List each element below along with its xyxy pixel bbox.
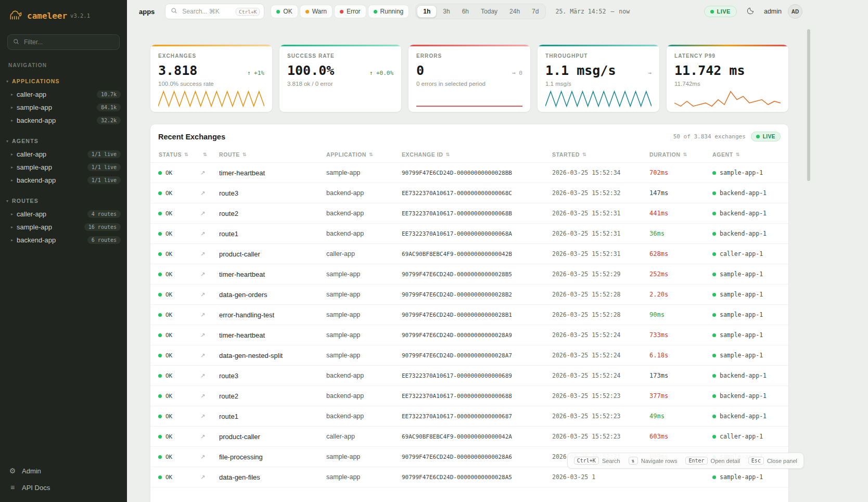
agent-live-dot bbox=[712, 273, 716, 276]
agent-live-dot bbox=[712, 415, 716, 418]
column-header[interactable]: STARTED ⇅ bbox=[544, 147, 641, 162]
sidebar-section-header[interactable]: ▾ AGENTS bbox=[0, 134, 127, 148]
sidebar-filter[interactable] bbox=[7, 34, 120, 50]
vertical-scrollbar[interactable] bbox=[807, 29, 810, 181]
agent-cell: caller-app-1 bbox=[704, 433, 788, 440]
sidebar-item[interactable]: ▸ caller-app 1/1 live bbox=[0, 148, 127, 161]
exchange-row[interactable]: OK ↗ timer-heartbeat sample-app 90799F47… bbox=[150, 264, 788, 285]
open-cell: ↗ bbox=[192, 251, 211, 258]
time-range-button[interactable]: 7d bbox=[526, 6, 544, 17]
exchange-row[interactable]: OK ↗ data-gen-files sample-app 90799F47E… bbox=[150, 467, 788, 487]
column-header[interactable]: EXCHANGE ID ⇅ bbox=[393, 147, 544, 162]
open-detail-icon[interactable]: ↗ bbox=[200, 312, 205, 318]
sidebar-item[interactable]: ▸ backend-app 6 routes bbox=[0, 234, 127, 247]
table-header-row: STATUS ⇅ ⇅ ROUTE ⇅ APPLICATION bbox=[150, 147, 788, 163]
status-filter-chip[interactable]: Error bbox=[334, 5, 366, 18]
sidebar-item[interactable]: ▸ backend-app 32.2k bbox=[0, 114, 127, 127]
open-detail-icon[interactable]: ↗ bbox=[200, 433, 205, 440]
column-header[interactable]: STATUS ⇅ bbox=[150, 147, 192, 162]
exchange-row[interactable]: OK ↗ timer-heartbeat sample-app 90799F47… bbox=[150, 163, 788, 183]
open-detail-icon[interactable]: ↗ bbox=[200, 291, 205, 298]
exchange-row[interactable]: OK ↗ route3 backend-app EE7322370A10617-… bbox=[150, 366, 788, 386]
open-detail-icon[interactable]: ↗ bbox=[200, 230, 205, 237]
sidebar-item-label: backend-app bbox=[17, 236, 84, 244]
open-detail-icon[interactable]: ↗ bbox=[200, 210, 205, 217]
sidebar-footer: ⚙ Admin ≡ API Docs bbox=[0, 460, 127, 502]
column-header[interactable]: ROUTE ⇅ bbox=[211, 147, 318, 162]
open-detail-icon[interactable]: ↗ bbox=[200, 454, 205, 460]
open-detail-icon[interactable]: ↗ bbox=[200, 413, 205, 420]
sidebar-item[interactable]: ▸ caller-app 4 routes bbox=[0, 208, 127, 221]
status-filter-chip[interactable]: OK bbox=[271, 5, 298, 18]
time-range-button[interactable]: 1h bbox=[417, 5, 437, 18]
avatar[interactable]: AD bbox=[788, 4, 802, 19]
open-detail-icon[interactable]: ↗ bbox=[200, 190, 205, 197]
dark-mode-toggle[interactable] bbox=[743, 4, 758, 19]
exchange-row[interactable]: OK ↗ error-handling-test sample-app 9079… bbox=[150, 305, 788, 325]
open-detail-icon[interactable]: ↗ bbox=[200, 352, 205, 359]
exchange-row[interactable]: OK ↗ route2 backend-app EE7322370A10617-… bbox=[150, 203, 788, 224]
chevron-down-icon: ▾ bbox=[6, 139, 8, 144]
sidebar-section-header[interactable]: ▾ ROUTES bbox=[0, 194, 127, 208]
application-cell: sample-app bbox=[318, 169, 393, 176]
gear-icon: ⚙ bbox=[8, 467, 17, 475]
sidebar-section: ▾ APPLICATIONS ▸ caller-app 10.7k ▸ bbox=[0, 74, 127, 127]
status-filter-chip[interactable]: Warn bbox=[300, 5, 333, 18]
status-text: OK bbox=[165, 170, 172, 176]
user-name: admin bbox=[764, 8, 782, 15]
open-detail-icon[interactable]: ↗ bbox=[200, 372, 205, 379]
status-ok-dot bbox=[158, 435, 162, 439]
column-header[interactable]: AGENT ⇅ bbox=[704, 147, 788, 162]
exchange-row[interactable]: OK ↗ route1 backend-app EE7322370A10617-… bbox=[150, 224, 788, 244]
chevron-right-icon: ▸ bbox=[11, 118, 13, 123]
sidebar-item[interactable]: ▸ sample-app 16 routes bbox=[0, 221, 127, 234]
agent-cell: sample-app-1 bbox=[704, 169, 788, 176]
status-ok-dot bbox=[158, 252, 162, 256]
agent-cell: caller-app-1 bbox=[704, 250, 788, 258]
sidebar-item[interactable]: ▸ sample-app 84.1k bbox=[0, 101, 127, 114]
sidebar-footer-item[interactable]: ⚙ Admin bbox=[8, 467, 119, 475]
agent-name: caller-app-1 bbox=[720, 433, 763, 440]
open-detail-icon[interactable]: ↗ bbox=[200, 271, 205, 278]
column-header[interactable]: APPLICATION ⇅ bbox=[318, 147, 393, 162]
status-filter-chip[interactable]: Running bbox=[368, 5, 410, 18]
sidebar-item-label: sample-app bbox=[17, 104, 93, 111]
time-range-button[interactable]: 6h bbox=[456, 6, 475, 17]
search-input[interactable] bbox=[181, 7, 232, 16]
time-range-button[interactable]: 24h bbox=[504, 6, 526, 17]
duration-cell: 628ms bbox=[641, 250, 704, 258]
sidebar-item[interactable]: ▸ caller-app 10.7k bbox=[0, 88, 127, 101]
status-ok-dot bbox=[158, 415, 162, 418]
application-cell: backend-app bbox=[318, 372, 393, 379]
column-header[interactable]: ⇅ bbox=[192, 147, 211, 162]
open-detail-icon[interactable]: ↗ bbox=[200, 393, 205, 400]
time-range-button[interactable]: Today bbox=[475, 6, 503, 17]
stat-card-accent bbox=[538, 45, 659, 46]
open-detail-icon[interactable]: ↗ bbox=[200, 170, 205, 176]
column-header[interactable]: DURATION ⇅ bbox=[641, 147, 704, 162]
sidebar-section-header[interactable]: ▾ APPLICATIONS bbox=[0, 74, 127, 88]
panel-live-badge[interactable]: LIVE bbox=[751, 132, 781, 141]
route-cell: route2 bbox=[211, 392, 318, 400]
live-badge[interactable]: LIVE bbox=[704, 6, 737, 17]
open-detail-icon[interactable]: ↗ bbox=[200, 251, 205, 258]
exchange-row[interactable]: OK ↗ product-caller caller-app 69AC90BF8… bbox=[150, 427, 788, 447]
open-detail-icon[interactable]: ↗ bbox=[200, 332, 205, 339]
exchange-row[interactable]: OK ↗ route3 backend-app EE7322370A10617-… bbox=[150, 183, 788, 203]
sidebar-item[interactable]: ▸ sample-app 1/1 live bbox=[0, 161, 127, 174]
exchange-row[interactable]: OK ↗ timer-heartbeat sample-app 90799F47… bbox=[150, 325, 788, 345]
open-detail-icon[interactable]: ↗ bbox=[200, 474, 205, 481]
exchange-row[interactable]: OK ↗ data-gen-orders sample-app 90799F47… bbox=[150, 285, 788, 305]
sidebar-footer-item[interactable]: ≡ API Docs bbox=[8, 483, 119, 492]
time-range-button[interactable]: 3h bbox=[437, 6, 455, 17]
search-box[interactable]: Ctrl+K bbox=[165, 4, 264, 19]
exchange-row[interactable]: OK ↗ product-caller caller-app 69AC90BF8… bbox=[150, 244, 788, 264]
exchange-row[interactable]: OK ↗ route1 backend-app EE7322370A10617-… bbox=[150, 406, 788, 427]
status-ok-dot bbox=[158, 313, 162, 317]
chevron-down-icon: ▾ bbox=[6, 199, 8, 203]
sidebar-filter-input[interactable] bbox=[23, 38, 114, 46]
sidebar-item[interactable]: ▸ backend-app 1/1 live bbox=[0, 174, 127, 187]
exchange-row[interactable]: OK ↗ data-gen-nested-split sample-app 90… bbox=[150, 345, 788, 366]
keyboard-hint: Ctrl+K Search bbox=[574, 457, 620, 465]
exchange-row[interactable]: OK ↗ route2 backend-app EE7322370A10617-… bbox=[150, 386, 788, 406]
